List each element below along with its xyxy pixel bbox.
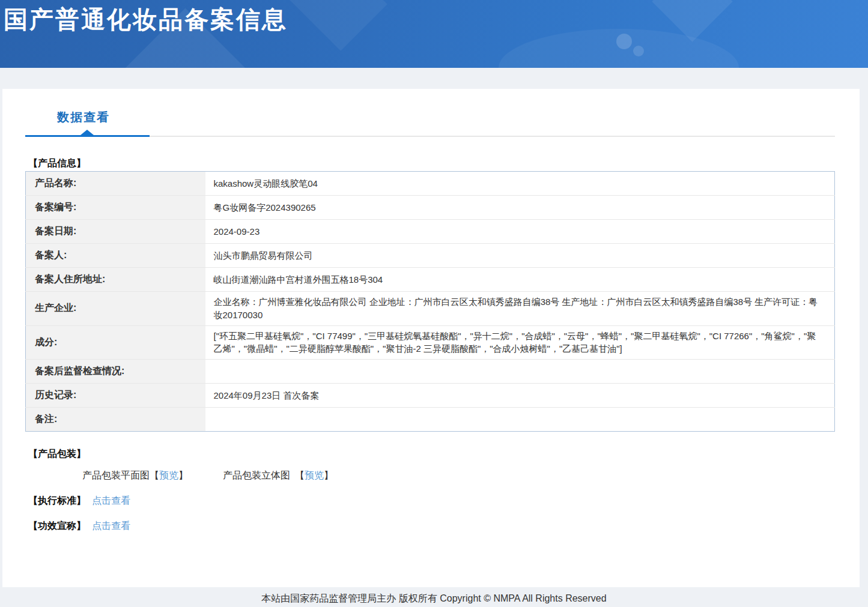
row-value: 粤G妆网备字2024390265 bbox=[205, 196, 835, 220]
packaging-flat-label: 产品包装平面图 bbox=[82, 470, 150, 480]
row-value: 汕头市鹏鼎贸易有限公司 bbox=[205, 244, 835, 268]
row-label: 备案编号: bbox=[26, 196, 205, 220]
table-row: 生产企业: 企业名称：广州博萱雅化妆品有限公司 企业地址：广州市白云区太和镇秀盛… bbox=[26, 292, 835, 326]
section-execution-standard: 【执行标准】 bbox=[28, 495, 86, 506]
table-row: 备案日期: 2024-09-23 bbox=[26, 220, 835, 244]
row-value bbox=[205, 408, 835, 432]
row-value: 岐山街道潮汕路中宫村道外围五格18号304 bbox=[205, 268, 835, 292]
row-value bbox=[205, 360, 835, 384]
bracket: 】 bbox=[178, 470, 188, 480]
table-row: 备注: bbox=[26, 408, 835, 432]
tab-data-view[interactable]: 数据查看 bbox=[57, 109, 110, 125]
table-row: 历史记录: 2024年09月23日 首次备案 bbox=[26, 384, 835, 408]
tab-underline-active bbox=[25, 135, 150, 137]
efficacy-claim-row: 【功效宣称】点击查看 bbox=[28, 520, 860, 533]
section-efficacy-claim: 【功效宣称】 bbox=[28, 521, 86, 531]
bracket: 【 bbox=[295, 470, 305, 480]
row-label: 生产企业: bbox=[26, 292, 205, 326]
row-label: 备案后监督检查情况: bbox=[26, 360, 205, 384]
packaging-stereo: 产品包装立体图【预览】 bbox=[223, 470, 333, 480]
table-row: 产品名称: kakashow灵动眼线胶笔04 bbox=[26, 172, 835, 196]
packaging-stereo-label: 产品包装立体图 bbox=[223, 470, 290, 480]
section-product-packaging: 【产品包装】 bbox=[28, 448, 860, 459]
banner-decor-wedge-top bbox=[285, 0, 387, 51]
row-label: 成分: bbox=[26, 325, 205, 360]
preview-flat-link[interactable]: 预览 bbox=[159, 470, 178, 480]
row-value: 2024-09-23 bbox=[205, 220, 835, 244]
table-row: 备案后监督检查情况: bbox=[26, 360, 835, 384]
row-label: 备案人住所地址: bbox=[26, 268, 205, 292]
tab-active-triangle-icon bbox=[80, 130, 94, 135]
table-row: 备案编号: 粤G妆网备字2024390265 bbox=[26, 196, 835, 220]
copyright-text: 本站由国家药品监督管理局主办 版权所有 Copyright © NMPA All… bbox=[261, 593, 606, 603]
row-label: 备案人: bbox=[26, 244, 205, 268]
row-label: 备注: bbox=[26, 408, 205, 432]
content-card: 数据查看 【产品信息】 产品名称: kakashow灵动眼线胶笔04 备案编号:… bbox=[2, 89, 860, 587]
banner-decor-circle bbox=[616, 34, 632, 49]
banner-decor-diamond-right bbox=[652, 0, 732, 42]
page-banner: 国产普通化妆品备案信息 bbox=[0, 0, 868, 68]
product-info-table: 产品名称: kakashow灵动眼线胶笔04 备案编号: 粤G妆网备字20243… bbox=[25, 171, 835, 432]
table-row: 备案人住所地址: 岐山街道潮汕路中宫村道外围五格18号304 bbox=[26, 268, 835, 292]
page-title: 国产普通化妆品备案信息 bbox=[4, 3, 288, 36]
row-label: 备案日期: bbox=[26, 220, 205, 244]
table-row: 备案人: 汕头市鹏鼎贸易有限公司 bbox=[26, 244, 835, 268]
table-row: 成分: ["环五聚二甲基硅氧烷"，"CI 77499"，"三甲基硅烷氧基硅酸酯"… bbox=[26, 325, 835, 360]
tab-bar: 数据查看 bbox=[2, 89, 860, 137]
row-value: 企业名称：广州博萱雅化妆品有限公司 企业地址：广州市白云区太和镇秀盛路自编38号… bbox=[205, 292, 835, 326]
banner-decor-ellipse bbox=[499, 29, 739, 68]
execution-standard-row: 【执行标准】点击查看 bbox=[28, 495, 860, 507]
packaging-row: 产品包装平面图【预览】产品包装立体图【预览】 bbox=[82, 470, 860, 482]
row-value: ["环五聚二甲基硅氧烷"，"CI 77499"，"三甲基硅烷氧基硅酸酯"，"异十… bbox=[205, 325, 835, 360]
section-product-info: 【产品信息】 bbox=[28, 157, 860, 169]
page-footer: 本站由国家药品监督管理局主办 版权所有 Copyright © NMPA All… bbox=[0, 587, 868, 607]
efficacy-claim-link[interactable]: 点击查看 bbox=[92, 521, 130, 531]
row-value: kakashow灵动眼线胶笔04 bbox=[205, 172, 835, 196]
packaging-flat: 产品包装平面图【预览】 bbox=[82, 470, 188, 480]
bracket: 【 bbox=[150, 470, 159, 480]
row-label: 历史记录: bbox=[26, 384, 205, 408]
banner-decor-circle bbox=[633, 46, 644, 56]
execution-standard-link[interactable]: 点击查看 bbox=[92, 495, 130, 506]
row-label: 产品名称: bbox=[26, 172, 205, 196]
row-value: 2024年09月23日 首次备案 bbox=[205, 384, 835, 408]
preview-stereo-link[interactable]: 预览 bbox=[305, 470, 324, 480]
bracket: 】 bbox=[324, 470, 333, 480]
